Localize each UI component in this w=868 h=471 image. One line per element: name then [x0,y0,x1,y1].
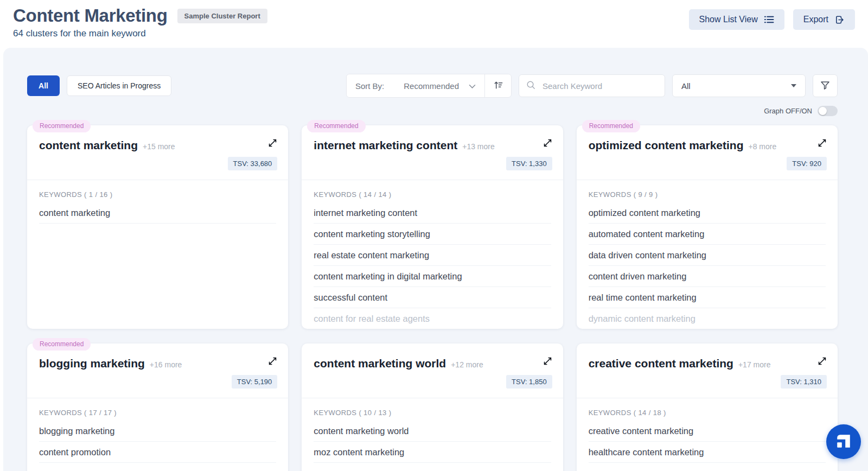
main-panel: All SEO Articles in Progress Sort By: Re… [3,48,868,471]
graph-toggle-row: Graph OFF/ON [27,106,838,116]
keyword-item[interactable]: content marketing in digital marketing [314,266,551,287]
cluster-title: internet marketing content [314,139,457,152]
sort-order-button[interactable] [485,74,511,97]
more-count: +12 more [451,360,483,369]
sample-report-badge: Sample Cluster Report [177,9,267,23]
cluster-grid: Recommended content marketing +15 more T… [27,125,838,471]
filter-select[interactable]: All [672,74,806,97]
tsv-badge: TSV: 5,190 [232,375,278,389]
tab-all[interactable]: All [27,75,60,96]
keyword-item[interactable]: creative content marketing [589,421,826,442]
tsv-badge: TSV: 1,330 [506,157,552,170]
more-count: +17 more [738,360,771,369]
sort-by-value: Recommended [392,81,464,91]
sort-group: Sort By: Recommended [346,74,512,98]
sort-by-label: Sort By: [347,81,392,91]
keywords-count-label: KEYWORDS ( 1 / 16 ) [39,190,276,199]
tsv-badge: TSV: 1,850 [506,375,552,389]
header-left: Content Marketing Sample Cluster Report … [13,5,267,39]
keyword-item[interactable]: blogging marketing [39,421,276,442]
toolbar: All SEO Articles in Progress Sort By: Re… [27,74,838,98]
cluster-card: content marketing world +12 more TSV: 1,… [302,343,563,471]
more-count: +16 more [150,360,182,369]
keyword-list: creative content marketinghealthcare con… [589,421,826,463]
caret-down-icon [791,84,796,87]
keyword-item[interactable]: real time content marketing [589,287,826,308]
recommended-badge: Recommended [33,120,91,132]
keyword-item[interactable]: optimized content marketing [589,202,826,224]
keyword-item[interactable]: healthcare content marketing [589,442,826,463]
brand-logo-icon [835,433,852,451]
keyword-item[interactable]: content promotion [39,442,276,463]
keyword-list: blogging marketingcontent promotion [39,421,276,463]
expand-icon[interactable] [542,137,553,150]
cluster-card: Recommended content marketing +15 more T… [27,125,288,329]
more-count: +13 more [462,142,495,151]
card-body: KEYWORDS ( 10 / 13 ) content marketing w… [302,398,563,463]
keyword-item[interactable]: content marketing storytelling [314,224,551,245]
recommended-badge: Recommended [582,120,640,132]
card-header: optimized content marketing +8 more TSV:… [577,125,838,180]
keyword-item[interactable]: content marketing world [314,421,551,442]
sort-ascending-icon [493,80,503,92]
keyword-item[interactable]: automated content marketing [589,224,826,245]
expand-icon[interactable] [542,355,553,368]
card-body: KEYWORDS ( 17 / 17 ) blogging marketingc… [27,398,288,463]
expand-icon[interactable] [816,355,828,368]
filter-select-value: All [681,81,691,91]
keyword-item[interactable]: real estate content marketing [314,245,551,266]
show-list-view-label: Show List View [699,15,758,24]
tsv-badge: TSV: 920 [787,157,827,170]
export-label: Export [803,15,828,24]
sort-by-dropdown[interactable]: Recommended [392,80,484,91]
cluster-count-subtitle: 64 clusters for the main keyword [13,28,267,39]
page-title: Content Marketing [13,5,168,26]
funnel-icon [820,80,831,92]
keyword-item[interactable]: content driven marketing [589,266,826,287]
show-list-view-button[interactable]: Show List View [689,9,784,30]
search-keyword-box [519,74,665,97]
cluster-card: creative content marketing +17 more TSV:… [577,343,838,471]
tsv-badge: TSV: 1,310 [781,375,827,389]
toggle-knob [819,107,827,115]
recommended-badge: Recommended [307,120,365,132]
keyword-item[interactable]: content for real estate agents [314,308,551,329]
header-actions: Show List View Export [689,5,855,30]
more-count: +15 more [143,142,175,151]
more-count: +8 more [749,142,777,151]
keyword-item[interactable]: moz content marketing [314,442,551,463]
export-icon [834,15,845,25]
keywords-count-label: KEYWORDS ( 17 / 17 ) [39,409,276,417]
expand-icon[interactable] [816,137,828,150]
keywords-count-label: KEYWORDS ( 14 / 14 ) [314,190,551,199]
card-header: content marketing world +12 more TSV: 1,… [302,343,563,398]
page-header: Content Marketing Sample Cluster Report … [0,0,868,48]
keyword-item[interactable]: dynamic content marketing [589,308,826,329]
cluster-title: content marketing world [314,357,446,370]
brand-fab-button[interactable] [826,424,861,459]
card-body: KEYWORDS ( 14 / 14 ) internet marketing … [302,180,563,329]
cluster-title: blogging marketing [39,357,145,370]
search-keyword-input[interactable] [541,81,658,91]
chevron-down-icon [464,80,484,91]
graph-toggle[interactable] [818,106,838,116]
keywords-count-label: KEYWORDS ( 10 / 13 ) [314,409,551,417]
card-body: KEYWORDS ( 1 / 16 ) content marketing [27,180,288,224]
expand-icon[interactable] [267,355,278,368]
cluster-title: optimized content marketing [589,139,744,152]
filter-funnel-button[interactable] [813,74,838,97]
keyword-list: internet marketing contentcontent market… [314,202,551,329]
tab-seo-articles-in-progress[interactable]: SEO Articles in Progress [67,75,171,96]
export-button[interactable]: Export [793,9,855,30]
keyword-list: content marketing worldmoz content marke… [314,421,551,463]
search-icon [526,80,536,92]
keyword-item[interactable]: content marketing [39,202,276,224]
keyword-item[interactable]: successful content [314,287,551,308]
keyword-item[interactable]: data driven content marketing [589,245,826,266]
expand-icon[interactable] [267,137,278,150]
card-body: KEYWORDS ( 14 / 18 ) creative content ma… [577,398,838,463]
cluster-card: Recommended optimized content marketing … [577,125,838,329]
keyword-list: optimized content marketingautomated con… [589,202,826,329]
keyword-item[interactable]: internet marketing content [314,202,551,224]
list-view-icon [764,15,774,24]
